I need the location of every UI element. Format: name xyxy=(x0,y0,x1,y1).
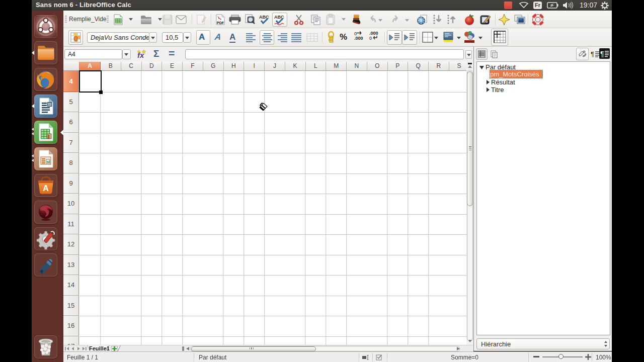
svg-text:¶: ¶ xyxy=(600,50,604,58)
svg-text:PDF: PDF xyxy=(217,21,224,25)
svg-text:A: A xyxy=(43,184,49,193)
svg-text:¶: ¶ xyxy=(591,50,594,58)
